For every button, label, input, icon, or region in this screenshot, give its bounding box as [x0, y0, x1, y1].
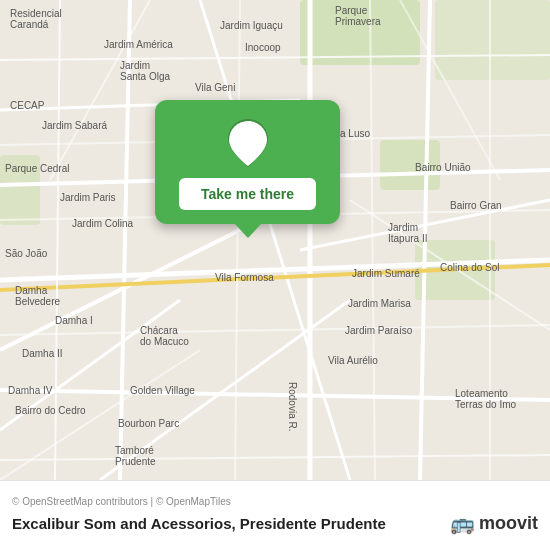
popup-card: Take me there — [155, 100, 340, 224]
take-me-there-button[interactable]: Take me there — [179, 178, 316, 210]
moovit-bus-icon: 🚌 — [450, 511, 475, 535]
moovit-logo: 🚌 moovit — [450, 511, 538, 535]
svg-rect-2 — [380, 140, 440, 190]
place-name: Excalibur Som and Acessorios, Presidente… — [12, 515, 450, 532]
svg-point-32 — [241, 132, 255, 146]
svg-rect-1 — [300, 0, 420, 65]
svg-rect-5 — [435, 0, 550, 80]
bottom-bar: © OpenStreetMap contributors | © OpenMap… — [0, 480, 550, 550]
svg-rect-3 — [0, 155, 40, 225]
location-pin-icon — [228, 119, 268, 167]
attribution-text: © OpenStreetMap contributors | © OpenMap… — [12, 496, 538, 507]
map: ResidencialCarandá Jardim América Jardim… — [0, 0, 550, 480]
moovit-brand-text: moovit — [479, 513, 538, 534]
